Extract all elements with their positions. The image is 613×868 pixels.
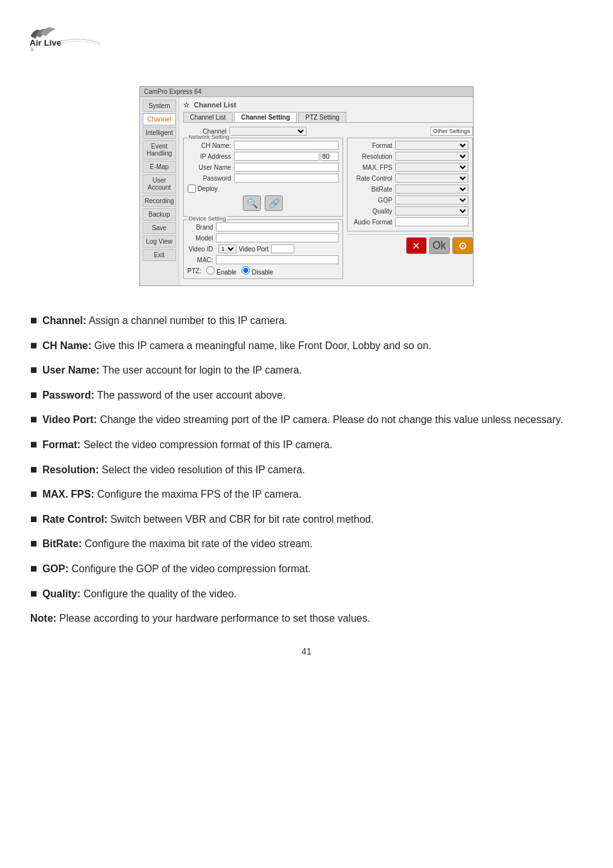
tab-ptz-setting[interactable]: PTZ Setting: [298, 112, 346, 122]
rate-control-select[interactable]: [395, 174, 468, 183]
desc-item-1: ■ CH Name: Give this IP camera a meaning…: [30, 337, 583, 356]
panel-header: ☆ Channel List: [183, 101, 473, 109]
sidebar-item-user-account[interactable]: User Account: [143, 174, 176, 194]
user-name-input[interactable]: [234, 163, 339, 172]
desc-item-7: ■ MAX. FPS: Configure the maxima FPS of …: [30, 485, 583, 504]
bullet-9: ■: [30, 534, 37, 554]
bullet-1: ■: [30, 336, 37, 356]
desc-body-4: Change the video streaming port of the I…: [100, 414, 563, 425]
deploy-checkbox[interactable]: [188, 185, 196, 193]
tab-channel-setting[interactable]: Channel Setting: [234, 112, 297, 122]
bottom-icons: ✕ Ok ⚙: [347, 234, 473, 254]
sidebar-item-exit[interactable]: Exit: [143, 249, 176, 261]
model-label: Model: [188, 235, 216, 242]
sidebar-item-save[interactable]: Save: [143, 222, 176, 234]
device-setting-label: Device Setting: [188, 215, 227, 222]
resolution-label: Resolution: [351, 153, 395, 160]
sidebar-item-intelligent[interactable]: Intelligent: [143, 127, 176, 139]
desc-text-9: BitRate: Configure the maxima bit rate o…: [42, 535, 313, 552]
bullet-10: ■: [30, 559, 37, 579]
ip-port-input[interactable]: [321, 152, 339, 161]
sidebar: System Channel Intelligent Event Handlin…: [140, 97, 179, 285]
ptz-enable-radio[interactable]: [206, 266, 215, 275]
gop-select[interactable]: [395, 195, 468, 204]
window-title-bar: CamPro Express 64: [140, 87, 473, 97]
ptz-disable-radio[interactable]: [242, 266, 250, 275]
two-column-layout: Network Setting CH Name: IP Address User…: [183, 138, 473, 282]
brand-input[interactable]: [216, 222, 339, 231]
model-input[interactable]: [216, 233, 339, 242]
desc-text-11: Quality: Configure the quality of the vi…: [42, 585, 236, 602]
desc-item-8: ■ Rate Control: Switch between VBR and C…: [30, 511, 583, 529]
desc-term-11: Quality:: [42, 588, 81, 599]
sidebar-item-e-map[interactable]: E-Map: [143, 161, 176, 173]
bullet-4: ■: [30, 410, 37, 429]
ch-name-input[interactable]: [234, 141, 339, 150]
desc-item-4: ■ Video Port: Change the video streaming…: [30, 411, 583, 429]
ptz-disable-label[interactable]: Disable: [242, 266, 273, 276]
desc-text-3: Password: The password of the user accou…: [42, 386, 286, 404]
desc-item-2: ■ User Name: The user account for login …: [30, 361, 583, 380]
sidebar-item-recording[interactable]: Recording: [143, 195, 176, 207]
desc-body-7: Configure the maxima FPS of the IP camer…: [97, 489, 301, 500]
ip-address-input[interactable]: [234, 152, 319, 161]
video-port-input[interactable]: [271, 244, 294, 253]
ui-window: CamPro Express 64 System Channel Intelli…: [139, 86, 474, 286]
desc-term-5: Format:: [42, 439, 81, 450]
desc-term-9: BitRate:: [42, 538, 82, 549]
resolution-row: Resolution: [351, 152, 468, 161]
video-id-select[interactable]: 1: [218, 244, 236, 253]
format-select[interactable]: [395, 141, 468, 150]
desc-body-2: The user account for login to the IP cam…: [102, 365, 302, 375]
desc-body-8: Switch between VBR and CBR for bit rate …: [111, 514, 374, 525]
sidebar-item-backup[interactable]: Backup: [143, 208, 176, 221]
ip-address-row: IP Address: [188, 152, 339, 161]
network-setting-label: Network Setting: [188, 134, 231, 140]
quality-select[interactable]: [395, 206, 468, 215]
resolution-select[interactable]: [395, 152, 468, 161]
bitrate-select[interactable]: [395, 185, 468, 194]
airlive-logo: Air Live ®: [26, 19, 103, 58]
video-id-row: Video ID 1 Video Port: [188, 244, 339, 253]
desc-text-8: Rate Control: Switch between VBR and CBR…: [42, 511, 374, 528]
user-name-row: User Name: [188, 163, 339, 172]
password-input[interactable]: [234, 174, 339, 183]
desc-text-4: Video Port: Change the video streaming p…: [42, 411, 563, 428]
desc-item-3: ■ Password: The password of the user acc…: [30, 386, 583, 405]
apply-icon-btn[interactable]: ⚙: [452, 237, 473, 254]
bullet-7: ■: [30, 484, 37, 504]
right-column: Format Resolution MAX. FPS Rate Con: [347, 138, 473, 282]
sidebar-item-event-handling[interactable]: Event Handling: [143, 140, 176, 159]
sidebar-item-channel[interactable]: Channel: [143, 113, 176, 125]
desc-text-1: CH Name: Give this IP camera a meaningfu…: [42, 337, 431, 354]
desc-body-11: Configure the quality of the video.: [84, 588, 236, 599]
desc-text-6: Resolution: Select the video resolution …: [42, 461, 305, 478]
connect-icon-btn[interactable]: 🔗: [265, 195, 283, 211]
desc-term-4: Video Port:: [42, 414, 97, 425]
bullet-8: ■: [30, 509, 37, 529]
video-id-label: Video ID: [188, 246, 216, 253]
search-icon-btn[interactable]: 🔍: [243, 195, 261, 211]
desc-term-6: Resolution:: [42, 464, 99, 475]
max-fps-label: MAX. FPS: [351, 164, 395, 171]
password-row: Password: [188, 174, 339, 183]
bullet-6: ■: [30, 460, 37, 480]
desc-body-9: Configure the maxima bit rate of the vid…: [85, 538, 313, 549]
desc-item-6: ■ Resolution: Select the video resolutio…: [30, 461, 583, 480]
max-fps-select[interactable]: [395, 163, 468, 172]
desc-item-5: ■ Format: Select the video compression f…: [30, 436, 583, 455]
tab-channel-list[interactable]: Channel List: [183, 112, 233, 122]
deploy-row: Deploy: [188, 185, 339, 193]
desc-item-10: ■ GOP: Configure the GOP of the video co…: [30, 560, 583, 579]
desc-text-7: MAX. FPS: Configure the maxima FPS of th…: [42, 485, 301, 503]
ptz-enable-label[interactable]: Enable: [206, 266, 236, 276]
panel-header-title: Channel List: [194, 101, 236, 109]
mac-input[interactable]: [216, 255, 339, 264]
sidebar-item-log-view[interactable]: Log View: [143, 235, 176, 248]
cancel-icon-btn[interactable]: ✕: [406, 237, 427, 254]
ok-icon-btn[interactable]: Ok: [429, 237, 450, 254]
audio-format-input[interactable]: [395, 217, 468, 226]
max-fps-row: MAX. FPS: [351, 163, 468, 172]
sidebar-item-system[interactable]: System: [143, 100, 176, 112]
channel-select[interactable]: [229, 127, 306, 136]
